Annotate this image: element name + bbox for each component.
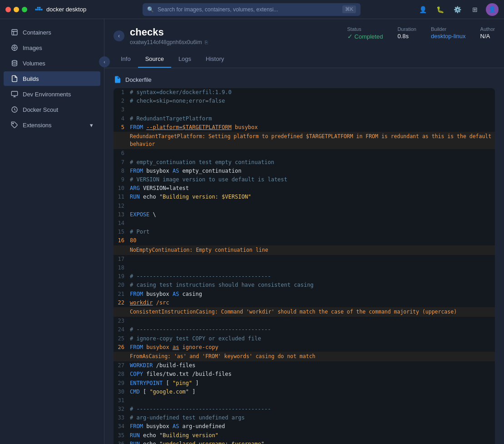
code-line-35: 35 RUN echo "Building version" [114,431,495,440]
sidebar-item-extensions-label: Extensions [23,122,52,129]
titlebar-actions: 👤 🐛 ⚙️ ⊞ 👤 [417,3,499,16]
code-line-19: 19 # -----------------------------------… [114,272,495,281]
code-line-29: 29 ENTRYPOINT [ "ping" ] [114,379,495,388]
app-logo: docker desktop [35,5,86,14]
code-line-4: 4 # RedundantTargetPlatform [114,115,495,123]
code-line-24: 24 # -----------------------------------… [114,325,495,334]
code-line-33: 33 # arg-undefined test undefined args [114,414,495,422]
code-line-1: 1 # syntax=docker/dockerfil:1.9.0 [114,88,495,97]
code-line-31: 31 [114,396,495,405]
author-value: N/A [480,33,495,40]
header-top: ‹ checks oxatwy114of48gpnh6sx0u6im ⎘ Sta… [114,26,495,45]
svg-rect-0 [35,9,37,10]
search-icon: 🔍 [147,6,154,13]
bug-icon[interactable]: 🐛 [434,3,447,16]
content-header: ‹ checks oxatwy114of48gpnh6sx0u6im ⎘ Sta… [104,19,504,68]
close-button[interactable] [5,7,11,12]
avatar[interactable]: 👤 [486,3,499,16]
builder-label: Builder [431,26,466,32]
code-line-7: 7 # empty_continuation test empty contin… [114,158,495,167]
code-line-12: 12 [114,202,495,210]
notification-icon[interactable]: 👤 [417,3,430,16]
build-id: oxatwy114of48gpnh6sx0u6im [130,39,202,45]
code-line-3: 3 [114,105,495,114]
warning-redundant-target: RedundantTargetPlatform: Setting platfor… [114,132,495,150]
code-line-10: 10 ARG VERSION=latest [114,184,495,193]
svg-rect-5 [41,9,42,10]
sidebar-collapse-button[interactable]: ‹ [99,56,110,67]
status-label: Status [347,26,383,32]
global-search[interactable]: 🔍 Search for images, containers, volumes… [143,3,361,16]
code-line-18: 18 [114,264,495,272]
sidebar: Containers Images Volumes Builds Dev Env… [0,19,104,444]
svg-rect-3 [37,7,39,8]
sidebar-item-volumes-label: Volumes [23,60,45,67]
meta-status: Status ✓ Completed [347,26,383,40]
copy-icon[interactable]: ⎘ [205,40,208,45]
builder-value[interactable]: desktop-linux [431,33,466,40]
code-line-15: 15 # Port [114,228,495,236]
code-line-9: 9 # VERSION image version to use default… [114,175,495,184]
code-line-5: 5 FROM --platform=$TARGETPLATFORM busybo… [114,123,495,132]
sidebar-item-extensions[interactable]: Extensions ▾ [4,118,100,132]
sidebar-item-images[interactable]: Images [4,40,100,55]
code-line-27: 27 WORKDIR /build-files [114,361,495,370]
page-title: checks [130,26,208,38]
meta-builder: Builder desktop-linux [431,26,466,40]
content-area: ‹ checks oxatwy114of48gpnh6sx0u6im ⎘ Sta… [104,19,504,444]
svg-rect-1 [37,9,39,10]
svg-point-9 [12,60,17,62]
tab-bar: Info Source Logs History [114,51,495,68]
sidebar-item-containers-label: Containers [23,29,51,36]
code-line-34: 34 FROM busybox AS arg-undefined [114,422,495,431]
meta-duration: Duration 0.8s [397,26,416,40]
traffic-lights [5,7,27,12]
code-line-14: 14 [114,219,495,228]
grid-icon[interactable]: ⊞ [469,3,481,16]
code-line-25: 25 # ignore-copy test COPY or excluded f… [114,334,495,343]
code-line-28: 28 COPY files/two.txt /build-files [114,370,495,379]
author-label: Author [480,26,495,32]
tab-logs[interactable]: Logs [171,51,198,68]
minimize-button[interactable] [14,7,19,12]
warning-no-empty-continuation: NoEmptyContinuation: Empty continuation … [114,245,495,255]
tab-source[interactable]: Source [138,51,171,68]
titlebar: docker desktop 🔍 Search for images, cont… [0,0,504,19]
maximize-button[interactable] [22,7,27,12]
sidebar-item-dev-label: Dev Environments [23,91,71,98]
back-button[interactable]: ‹ [114,30,124,41]
breadcrumb-nav: ‹ checks oxatwy114of48gpnh6sx0u6im ⎘ [114,26,208,45]
code-line-20: 20 # casing test instructions should hav… [114,281,495,289]
sidebar-item-scout-label: Docker Scout [23,106,58,113]
sidebar-item-dev-environments[interactable]: Dev Environments [4,87,100,101]
svg-rect-6 [12,30,17,35]
dockerfile-label: Dockerfile [114,75,495,84]
chevron-down-icon: ▾ [90,122,93,129]
code-line-21: 21 FROM busybox AS casing [114,290,495,299]
code-line-17: 17 [114,255,495,264]
sidebar-item-volumes[interactable]: Volumes [4,56,100,70]
search-shortcut: ⌘K [342,5,356,13]
tab-history[interactable]: History [198,51,231,68]
status-value: ✓ Completed [347,33,383,40]
code-line-22: 22 workdir /src [114,299,495,307]
code-line-2: 2 # check=skip=none;error=false [114,97,495,105]
code-line-26: 26 FROM busybox as ignore-copy [114,343,495,352]
code-line-11: 11 RUN echo "Building version: $VERSION" [114,193,495,201]
app-name: docker desktop [46,6,86,13]
duration-label: Duration [397,26,416,32]
code-line-6: 6 [114,149,495,158]
code-line-13: 13 EXPOSE \ [114,210,495,219]
check-icon: ✓ [347,33,353,40]
meta-author: Author N/A [480,26,495,40]
code-line-23: 23 [114,317,495,325]
sidebar-item-containers[interactable]: Containers [4,25,100,40]
tab-info[interactable]: Info [114,51,138,68]
sidebar-item-builds[interactable]: Builds [4,71,100,86]
sidebar-item-docker-scout[interactable]: Docker Scout [4,102,100,117]
code-editor[interactable]: 1 # syntax=docker/dockerfil:1.9.0 2 # ch… [114,88,495,444]
status-text: Completed [355,33,383,40]
code-line-8: 8 FROM busybox AS empty_continuation [114,167,495,175]
settings-icon[interactable]: ⚙️ [451,3,464,16]
sidebar-item-images-label: Images [23,45,42,51]
